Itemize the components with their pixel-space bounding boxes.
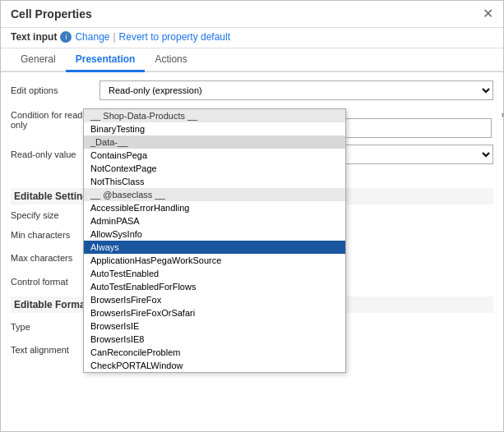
dialog-title: Cell Properties xyxy=(11,7,92,21)
list-item: __ @baseclass __ xyxy=(84,188,345,201)
list-item: _Data-__ xyxy=(84,136,345,149)
edit-options-row: Edit options Read-only (expression) xyxy=(11,80,493,100)
list-item[interactable]: AccessibleErrorHandling xyxy=(84,201,345,214)
dialog-header: Cell Properties ✕ xyxy=(1,1,503,28)
list-item[interactable]: AllowSysInfo xyxy=(84,227,345,241)
revert-link[interactable]: Revert to property default xyxy=(119,31,230,43)
separator: | xyxy=(113,31,115,43)
list-item[interactable]: AdminPASA xyxy=(84,214,345,227)
max-characters-label: Max characters xyxy=(11,253,93,263)
list-item[interactable]: AutoTestEnabledForFlows xyxy=(84,280,345,293)
tab-actions[interactable]: Actions xyxy=(145,48,197,72)
edit-options-control: Read-only (expression) xyxy=(99,80,493,100)
control-format-label: Control format xyxy=(11,277,93,287)
list-item[interactable]: NotThisClass xyxy=(84,175,345,188)
change-link[interactable]: Change xyxy=(75,31,109,43)
list-item[interactable]: BinaryTesting xyxy=(84,122,345,136)
list-item: __ Shop-Data-Products __ xyxy=(84,109,345,122)
gear-icon[interactable]: ⚙ xyxy=(501,108,503,122)
readonly-value-label: Read-only value xyxy=(11,149,93,159)
toolbar: Text input i Change | Revert to property… xyxy=(1,28,503,48)
close-button[interactable]: ✕ xyxy=(483,7,493,21)
dropdown-overlay: __ Shop-Data-Products __BinaryTesting_Da… xyxy=(83,108,346,373)
tab-presentation[interactable]: Presentation xyxy=(66,48,146,72)
info-icon[interactable]: i xyxy=(60,31,72,43)
list-item[interactable]: BrowserIsIE xyxy=(84,319,345,333)
list-item[interactable]: NotContextPage xyxy=(84,162,345,175)
list-item[interactable]: ApplicationHasPegaWorkSource xyxy=(84,254,345,267)
specify-size-label: Specify size xyxy=(11,210,93,220)
condition-label: Condition for read-only xyxy=(11,107,93,130)
type-label: Type xyxy=(11,322,93,332)
list-item[interactable]: BrowserIsIE8 xyxy=(84,333,345,346)
dropdown-list: __ Shop-Data-Products __BinaryTesting_Da… xyxy=(84,109,345,372)
min-characters-label: Min characters xyxy=(11,230,93,240)
edit-options-select[interactable]: Read-only (expression) xyxy=(99,80,493,100)
list-item[interactable]: AutoTestEnabled xyxy=(84,267,345,280)
list-item[interactable]: ContainsPega xyxy=(84,149,345,162)
list-item[interactable]: CanReconcileProblem xyxy=(84,346,345,359)
list-item[interactable]: BrowserIsFireFoxOrSafari xyxy=(84,306,345,319)
edit-options-label: Edit options xyxy=(11,85,93,95)
tab-general[interactable]: General xyxy=(11,48,66,72)
content-area: Edit options Read-only (expression) Cond… xyxy=(1,72,503,431)
list-item[interactable]: Always xyxy=(84,241,345,254)
list-item[interactable]: BrowserIsFireFox xyxy=(84,293,345,306)
toolbar-label: Text input xyxy=(11,31,57,43)
text-alignment-label: Text alignment xyxy=(11,345,93,355)
list-item[interactable]: CheckPORTALWindow xyxy=(84,359,345,372)
cell-properties-dialog: Cell Properties ✕ Text input i Change | … xyxy=(0,0,504,432)
tabs-bar: General Presentation Actions xyxy=(1,48,503,72)
